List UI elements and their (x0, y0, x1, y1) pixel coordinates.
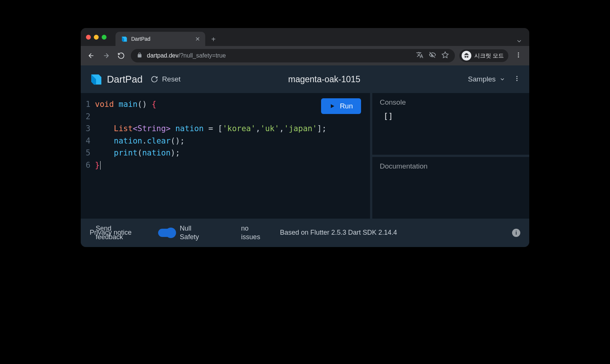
browser-tab[interactable]: DartPad ✕ (115, 32, 205, 46)
play-icon (329, 103, 335, 109)
project-name[interactable]: magenta-oak-1015 (189, 74, 460, 84)
console-pane: Console [] (372, 93, 529, 157)
dart-logo-icon (90, 73, 102, 86)
console-title: Console (380, 98, 522, 107)
text-cursor (100, 161, 101, 170)
reset-label: Reset (162, 75, 181, 83)
svg-point-12 (517, 80, 518, 81)
app-menu-button[interactable] (514, 75, 520, 83)
svg-point-10 (517, 76, 518, 77)
send-feedback-link[interactable]: Send feedback (96, 224, 123, 242)
close-tab-icon[interactable]: ✕ (195, 36, 200, 43)
svg-point-6 (518, 55, 519, 56)
back-button[interactable] (86, 50, 96, 61)
samples-label: Samples (468, 75, 496, 83)
dart-favicon-icon (121, 36, 127, 42)
reset-button[interactable]: Reset (151, 75, 181, 83)
tab-strip: DartPad ✕ + (115, 28, 524, 46)
svg-marker-13 (331, 104, 334, 108)
info-icon[interactable]: i (512, 229, 520, 237)
new-tab-button[interactable]: + (207, 33, 219, 45)
incognito-label: 시크릿 모드 (474, 52, 504, 59)
svg-point-5 (518, 52, 519, 53)
tabs-dropdown-icon[interactable] (516, 38, 524, 46)
lock-icon (137, 52, 142, 59)
samples-button[interactable]: Samples (468, 75, 505, 83)
maximize-window-button[interactable] (102, 35, 107, 40)
minimize-window-button[interactable] (94, 35, 99, 40)
run-button[interactable]: Run (321, 98, 361, 114)
browser-menu-button[interactable] (513, 52, 524, 60)
omnibox[interactable]: dartpad.dev/?null_safety=true (131, 49, 455, 62)
app-name: DartPad (107, 74, 142, 85)
null-safety-label: Null Safety (180, 224, 206, 242)
svg-point-11 (517, 78, 518, 79)
address-bar: dartpad.dev/?null_safety=true 시크릿 모드 (81, 46, 529, 65)
refresh-icon (151, 75, 158, 83)
null-safety-toggle[interactable] (158, 229, 175, 237)
incognito-icon (462, 51, 471, 61)
docs-title: Documentation (380, 162, 522, 170)
null-safety-toggle-wrap: Null Safety (158, 224, 206, 242)
window-controls (86, 35, 107, 40)
close-window-button[interactable] (86, 35, 91, 40)
titlebar: DartPad ✕ + (81, 28, 529, 46)
app-logo[interactable]: DartPad (90, 73, 142, 86)
browser-window: DartPad ✕ + dartpad.dev/?null_safety=tru… (81, 28, 529, 247)
omnibox-actions (416, 51, 449, 60)
star-icon[interactable] (441, 51, 449, 60)
url-text: dartpad.dev/?null_safety=true (147, 52, 412, 59)
incognito-badge[interactable]: 시크릿 모드 (459, 49, 508, 62)
svg-point-7 (518, 56, 519, 58)
side-panes: Console [] Documentation (372, 93, 529, 219)
tab-title: DartPad (131, 36, 191, 42)
issues-status[interactable]: no issues (241, 224, 267, 242)
app-toolbar: DartPad Reset magenta-oak-1015 Samples (81, 65, 529, 93)
editor-pane[interactable]: Run 1void main() { 2 3 List<String> nati… (81, 93, 372, 219)
reload-button[interactable] (116, 50, 126, 61)
console-output: [] (380, 112, 522, 121)
footer: Privacy notice Send feedback Null Safety… (81, 219, 529, 247)
eye-off-icon[interactable] (429, 51, 436, 60)
forward-button[interactable] (101, 50, 111, 61)
main-area: Run 1void main() { 2 3 List<String> nati… (81, 93, 529, 219)
translate-icon[interactable] (416, 51, 423, 60)
run-label: Run (340, 102, 353, 110)
version-info: Based on Flutter 2.5.3 Dart SDK 2.14.4 (280, 228, 397, 237)
chevron-down-icon (499, 76, 505, 82)
documentation-pane: Documentation (372, 157, 529, 219)
svg-marker-4 (442, 52, 448, 58)
